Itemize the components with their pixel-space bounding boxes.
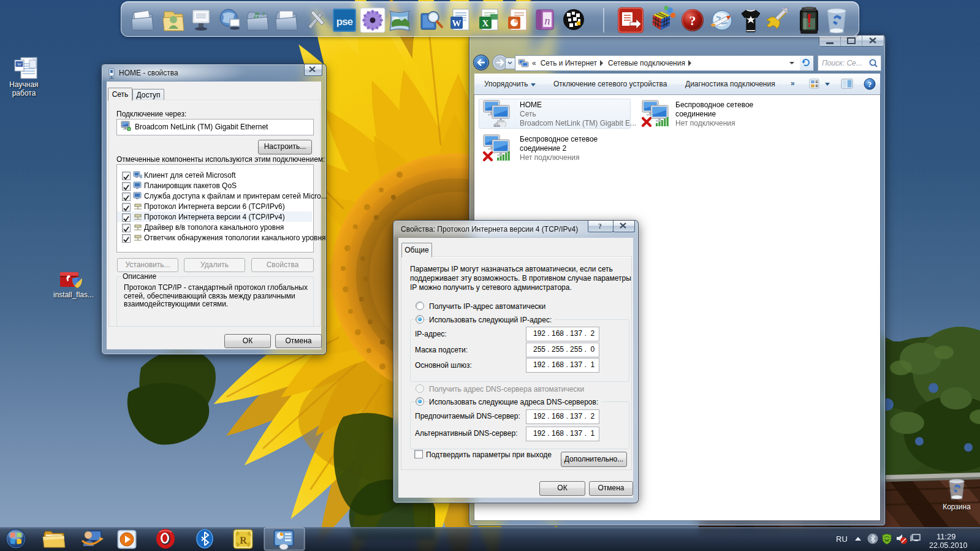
- svg-text:?: ?: [689, 13, 696, 28]
- svg-text:RU: RU: [836, 534, 848, 544]
- svg-text:?: ?: [868, 80, 872, 89]
- svg-text:♪: ♪: [262, 9, 265, 17]
- svg-text:W: W: [452, 18, 462, 28]
- svg-text:11:29: 11:29: [936, 532, 956, 541]
- svg-text:R: R: [240, 535, 247, 545]
- svg-text:n: n: [545, 15, 550, 27]
- svg-text:♬: ♬: [253, 9, 262, 20]
- svg-text:22.05.2010: 22.05.2010: [929, 541, 968, 550]
- svg-text:pse: pse: [336, 16, 353, 28]
- svg-text:W: W: [17, 62, 21, 67]
- svg-text:X: X: [482, 18, 489, 28]
- svg-text:?: ?: [598, 222, 602, 230]
